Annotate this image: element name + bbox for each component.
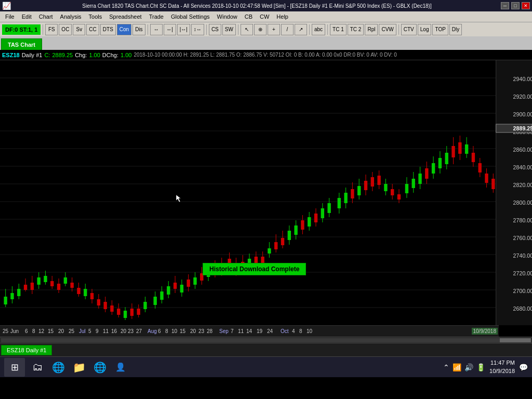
svg-text:2920.00: 2920.00 xyxy=(513,94,532,100)
svg-rect-102 xyxy=(294,225,297,235)
browser-icon[interactable]: 🌐 xyxy=(91,359,108,376)
toolbar-sep3 xyxy=(206,24,207,35)
x-label: 4 xyxy=(292,328,295,334)
menu-tools[interactable]: Tools xyxy=(86,13,105,20)
tray-battery[interactable]: 🔋 xyxy=(476,363,485,371)
x-label-jun: Jun xyxy=(10,328,19,334)
svg-rect-146 xyxy=(445,153,448,164)
scrollbar-track[interactable] xyxy=(1,338,531,342)
svg-rect-56 xyxy=(137,309,140,315)
x-label: 23 xyxy=(198,328,204,334)
tb-zoom-fit[interactable]: |↔| xyxy=(177,24,190,35)
tray-volume[interactable]: 🔊 xyxy=(464,363,473,371)
tb-draw[interactable]: / xyxy=(281,24,294,35)
svg-rect-40 xyxy=(84,289,87,296)
x-label: 7 xyxy=(231,328,234,334)
clock[interactable]: 11:47 PM 10/9/2018 xyxy=(489,359,515,375)
tb-cursor[interactable]: ↖ xyxy=(241,24,253,35)
tb-zoom-vf[interactable]: ↕↔ xyxy=(191,24,204,35)
tray-up-icon[interactable]: ⌃ xyxy=(443,363,449,371)
tb-log[interactable]: Log xyxy=(418,24,432,35)
menu-cw[interactable]: CW xyxy=(257,13,272,20)
tb-cc[interactable]: CC xyxy=(86,24,99,35)
svg-rect-52 xyxy=(124,311,127,318)
svg-rect-158 xyxy=(485,174,488,183)
svg-rect-32 xyxy=(57,284,60,290)
tb-crosshair[interactable]: ⊕ xyxy=(254,24,267,35)
tb-ctv[interactable]: CTV xyxy=(401,24,417,35)
x-label: 8 xyxy=(32,328,35,334)
explorer-icon[interactable]: 📁 xyxy=(71,359,87,376)
start-button[interactable]: ⊞ xyxy=(4,358,25,377)
svg-text:2720.00: 2720.00 xyxy=(513,271,532,276)
tb-dts[interactable]: DTS xyxy=(100,24,116,35)
svg-rect-142 xyxy=(432,163,435,174)
tb-top[interactable]: TOP xyxy=(432,24,448,35)
svg-rect-104 xyxy=(301,220,304,230)
maximize-button[interactable]: □ xyxy=(511,2,520,9)
svg-rect-116 xyxy=(344,193,347,203)
tb-arrow[interactable]: ↗ xyxy=(295,24,307,35)
minimize-button[interactable]: ─ xyxy=(501,2,509,9)
menu-chart[interactable]: Chart xyxy=(36,13,56,20)
menu-spreadsheet[interactable]: Spreadsheet xyxy=(106,13,144,20)
edge-icon[interactable]: 🌐 xyxy=(50,359,66,376)
chart-tab[interactable]: TAS Chart xyxy=(1,38,42,50)
svg-rect-48 xyxy=(110,305,113,312)
svg-rect-16 xyxy=(4,297,7,304)
svg-rect-138 xyxy=(418,174,421,184)
tb-tc2[interactable]: TC 2 xyxy=(348,24,364,35)
h-scrollbar[interactable] xyxy=(0,337,532,343)
menu-analysis[interactable]: Analysis xyxy=(57,13,85,20)
toolbar: DF:0 ST:1, 1 FS OC Sv CC DTS Con Dis ↔ ↔… xyxy=(0,22,532,36)
menu-help[interactable]: Help xyxy=(273,13,291,20)
menu-trade[interactable]: Trade xyxy=(146,13,167,20)
x-label: 25 xyxy=(69,328,74,334)
task-view-icon[interactable]: 🗂 xyxy=(29,359,46,376)
tray-area: ⌃ 📶 🔊 🔋 xyxy=(443,363,485,371)
tb-oc[interactable]: OC xyxy=(59,24,72,35)
x-label: 9 xyxy=(96,328,99,334)
tb-cvw[interactable]: CVW xyxy=(379,24,396,35)
x-label-jul: Jul xyxy=(79,328,86,334)
close-button[interactable]: ✕ xyxy=(522,2,530,9)
info-bar: ESZ18 Daily #1 C: 2889.25 Chg: 1.00 DChg… xyxy=(0,50,532,60)
menu-edit[interactable]: Edit xyxy=(19,13,35,20)
menu-file[interactable]: File xyxy=(2,13,18,20)
tb-zoom-h[interactable]: ↔ xyxy=(150,24,163,35)
menu-window[interactable]: Window xyxy=(214,13,241,20)
svg-rect-136 xyxy=(412,179,415,188)
tb-zoom-hl[interactable]: ↔| xyxy=(164,24,176,35)
tb-sw[interactable]: SW xyxy=(222,24,236,35)
tb-abc[interactable]: abc xyxy=(312,24,325,35)
bottom-chart-tab[interactable]: ESZ18 Daily #1 xyxy=(1,345,52,355)
x-label: 25 xyxy=(3,328,8,334)
svg-rect-118 xyxy=(351,189,354,198)
x-label: 19 xyxy=(257,328,262,334)
svg-rect-124 xyxy=(371,177,374,187)
x-label: 20 xyxy=(58,328,64,334)
app-icon-2[interactable]: 👤 xyxy=(112,359,129,376)
svg-rect-44 xyxy=(97,299,100,305)
tb-plus[interactable]: + xyxy=(268,24,280,35)
x-label: 12 xyxy=(38,328,44,334)
bottom-tab-bar: ESZ18 Daily #1 xyxy=(0,343,532,356)
menu-global-settings[interactable]: Global Settings xyxy=(168,13,213,20)
hist-download-banner: Historical Download Complete xyxy=(203,263,306,275)
tb-cs[interactable]: CS xyxy=(209,24,221,35)
tb-dis[interactable]: Dis xyxy=(132,24,145,35)
tb-con[interactable]: Con xyxy=(117,24,131,35)
tray-network[interactable]: 📶 xyxy=(453,363,461,371)
notification-icon[interactable]: 💬 xyxy=(519,363,528,371)
tb-rpl[interactable]: Rpl xyxy=(365,24,378,35)
scrollbar-thumb[interactable] xyxy=(500,338,531,342)
menu-cb[interactable]: CB xyxy=(242,13,256,20)
tb-sv[interactable]: Sv xyxy=(73,24,85,35)
svg-rect-160 xyxy=(491,179,495,189)
chart-container[interactable]: 2940.00 2920.00 2900.00 2880.00 2860.00 … xyxy=(0,60,532,325)
tb-fs[interactable]: FS xyxy=(45,24,58,35)
x-axis: 25 Jun 6 8 12 15 20 25 Jul 5 9 11 16 20 … xyxy=(0,325,499,337)
tb-dly[interactable]: Dly xyxy=(449,24,462,35)
svg-rect-96 xyxy=(274,242,277,249)
tb-tc1[interactable]: TC 1 xyxy=(330,24,347,35)
